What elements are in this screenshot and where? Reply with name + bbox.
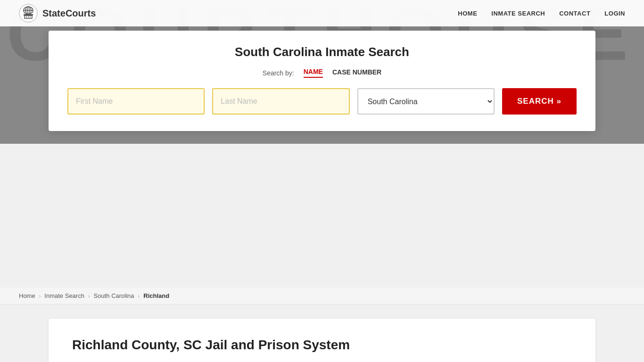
breadcrumb-south-carolina[interactable]: South Carolina [94, 292, 134, 299]
tab-case-number[interactable]: CASE NUMBER [332, 68, 381, 77]
breadcrumb-sep-3: › [138, 293, 140, 299]
search-by-label: Search by: [263, 69, 294, 77]
header: COURTHOUSE StateCourts HOME INMATE SEARC… [0, 0, 644, 144]
search-by-row: Search by: NAME CASE NUMBER [67, 68, 577, 78]
breadcrumb-inmate-search[interactable]: Inmate Search [44, 292, 84, 299]
logo-area: StateCourts [19, 4, 458, 23]
state-select[interactable]: AlabamaAlaskaArizonaArkansasCaliforniaCo… [357, 88, 495, 115]
breadcrumb-sep-1: › [39, 293, 41, 299]
main-content: Richland County, SC Jail and Prison Syst… [49, 319, 595, 362]
search-button[interactable]: SEARCH » [502, 88, 577, 115]
nav-inmate-search[interactable]: INMATE SEARCH [491, 10, 545, 17]
breadcrumb-current: Richland [143, 292, 169, 299]
search-card-title: South Carolina Inmate Search [67, 45, 577, 59]
search-inputs-row: AlabamaAlaskaArizonaArkansasCaliforniaCo… [67, 88, 577, 115]
nav-contact[interactable]: CONTACT [559, 10, 590, 17]
logo-text: StateCourts [42, 8, 96, 19]
logo-icon [19, 4, 38, 23]
last-name-input[interactable] [212, 88, 349, 115]
tab-name[interactable]: NAME [304, 68, 323, 78]
nav-home[interactable]: HOME [458, 10, 477, 17]
nav-login[interactable]: LOGIN [604, 10, 625, 17]
breadcrumb: Home › Inmate Search › South Carolina › … [0, 288, 644, 304]
search-card: South Carolina Inmate Search Search by: … [49, 31, 595, 131]
navigation-bar: StateCourts HOME INMATE SEARCH CONTACT L… [0, 0, 644, 26]
first-name-input[interactable] [67, 88, 205, 115]
breadcrumb-sep-2: › [88, 293, 90, 299]
county-title: Richland County, SC Jail and Prison Syst… [72, 337, 572, 353]
breadcrumb-home[interactable]: Home [19, 292, 35, 299]
nav-links: HOME INMATE SEARCH CONTACT LOGIN [458, 10, 625, 17]
